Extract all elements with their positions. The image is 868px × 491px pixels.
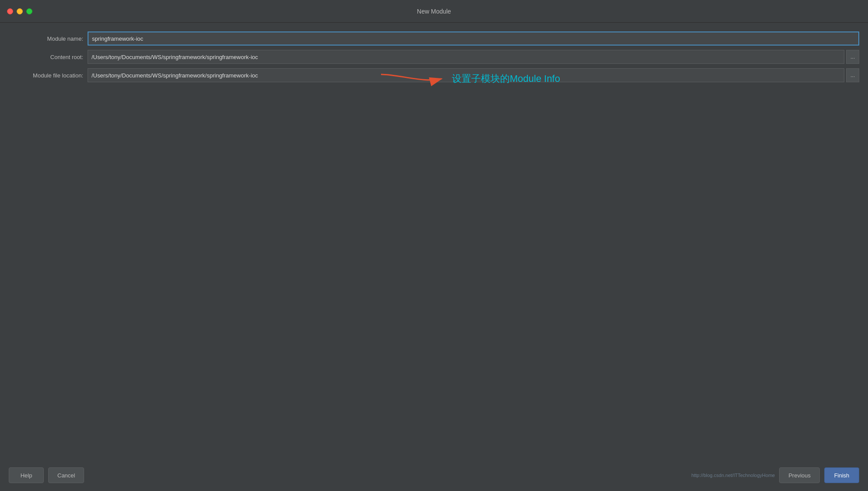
window-title: New Module (417, 8, 451, 15)
footer-link: http://blog.csdn.net/ITTechnologyHome (692, 473, 775, 478)
previous-button[interactable]: Previous (779, 467, 820, 483)
help-button[interactable]: Help (9, 467, 44, 483)
module-file-location-row: Module file location: ... 设置子模块的Module I… (9, 68, 859, 82)
module-name-label: Module name: (9, 35, 88, 42)
module-name-row: Module name: (9, 32, 859, 46)
minimize-button[interactable] (17, 8, 23, 14)
bottom-left-buttons: Help Cancel (9, 467, 84, 483)
module-file-location-label: Module file location: (9, 72, 88, 79)
content-root-input-wrapper: ... (88, 50, 859, 64)
module-file-location-browse-button[interactable]: ... (846, 68, 859, 82)
module-name-input-wrapper (88, 32, 859, 46)
title-bar: New Module (0, 0, 868, 23)
content-root-label: Content root: (9, 54, 88, 60)
content-root-browse-button[interactable]: ... (846, 50, 859, 64)
close-button[interactable] (7, 8, 13, 14)
module-file-location-input-wrapper: ... (88, 68, 859, 82)
finish-button[interactable]: Finish (824, 467, 859, 483)
cancel-button[interactable]: Cancel (48, 467, 84, 483)
content-root-input[interactable] (88, 50, 844, 64)
content-root-row: Content root: ... (9, 50, 859, 64)
bottom-bar: Help Cancel http://blog.csdn.net/ITTechn… (0, 459, 868, 491)
main-content: Module name: Content root: ... Module fi… (0, 23, 868, 459)
traffic-lights (7, 8, 32, 14)
bottom-right-area: http://blog.csdn.net/ITTechnologyHome Pr… (692, 467, 859, 483)
maximize-button[interactable] (26, 8, 32, 14)
module-name-input[interactable] (88, 32, 859, 46)
content-spacer (9, 87, 859, 459)
module-file-location-input[interactable] (88, 68, 844, 82)
